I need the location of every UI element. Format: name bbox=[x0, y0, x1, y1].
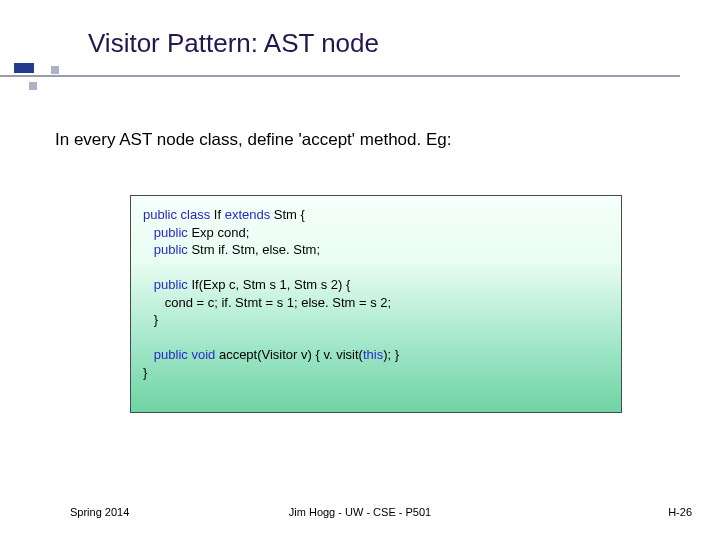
kw-class: class bbox=[181, 207, 211, 222]
title-underline bbox=[0, 75, 680, 77]
accent-block bbox=[14, 63, 34, 73]
code-text: accept(Visitor v) { v. visit( bbox=[215, 347, 363, 362]
kw-public: public bbox=[154, 277, 188, 292]
kw-public: public bbox=[154, 347, 188, 362]
intro-text: In every AST node class, define 'accept'… bbox=[55, 130, 451, 150]
slide: Visitor Pattern: AST node In every AST n… bbox=[0, 0, 720, 540]
kw-public: public bbox=[143, 207, 177, 222]
code-text: If(Exp c, Stm s 1, Stm s 2) { bbox=[188, 277, 351, 292]
accent-square-icon bbox=[51, 66, 59, 74]
footer-center: Jim Hogg - UW - CSE - P501 bbox=[0, 506, 720, 518]
kw-void: void bbox=[191, 347, 215, 362]
kw-public: public bbox=[154, 242, 188, 257]
code-text: Exp cond; bbox=[188, 225, 249, 240]
kw-this: this bbox=[363, 347, 383, 362]
kw-extends: extends bbox=[225, 207, 271, 222]
footer-right: H-26 bbox=[668, 506, 692, 518]
kw-public: public bbox=[154, 225, 188, 240]
code-text: Stm { bbox=[270, 207, 305, 222]
slide-title: Visitor Pattern: AST node bbox=[88, 28, 379, 59]
accent-square-icon bbox=[29, 82, 37, 90]
code-text: If bbox=[210, 207, 224, 222]
code-text: ); } bbox=[383, 347, 399, 362]
code-text: cond = c; if. Stmt = s 1; else. Stm = s … bbox=[143, 295, 391, 310]
code-box: public class If extends Stm { public Exp… bbox=[130, 195, 622, 413]
code-text: } bbox=[143, 312, 158, 327]
code-listing: public class If extends Stm { public Exp… bbox=[143, 206, 609, 381]
code-text: } bbox=[143, 365, 147, 380]
code-text: Stm if. Stm, else. Stm; bbox=[188, 242, 320, 257]
